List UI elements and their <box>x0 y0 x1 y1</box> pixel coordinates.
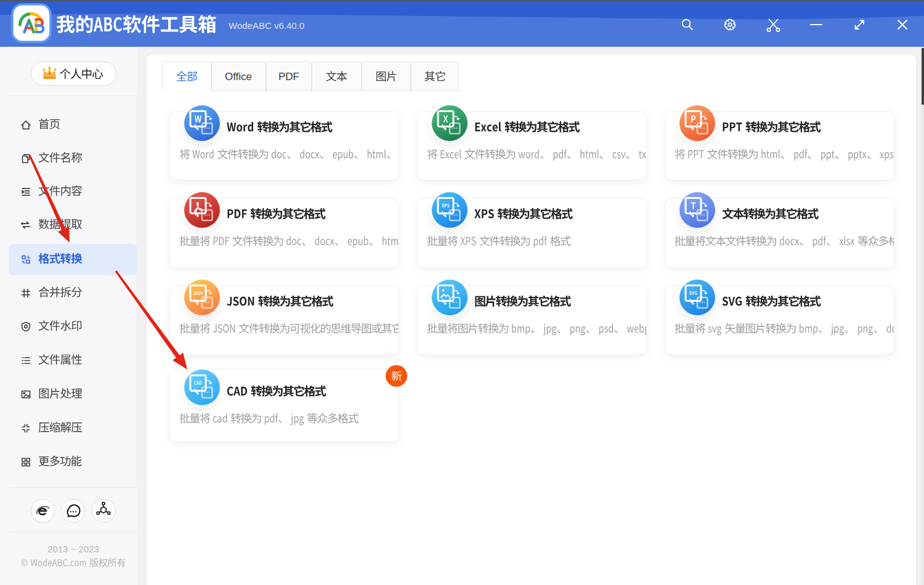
svg-text:WodeABC v6.40.0: WodeABC v6.40.0 <box>229 20 304 31</box>
svg-text:PDF: PDF <box>278 71 299 83</box>
svg-text:2013 ~ 2023: 2013 ~ 2023 <box>47 544 99 554</box>
svg-text:Office: Office <box>225 71 252 83</box>
